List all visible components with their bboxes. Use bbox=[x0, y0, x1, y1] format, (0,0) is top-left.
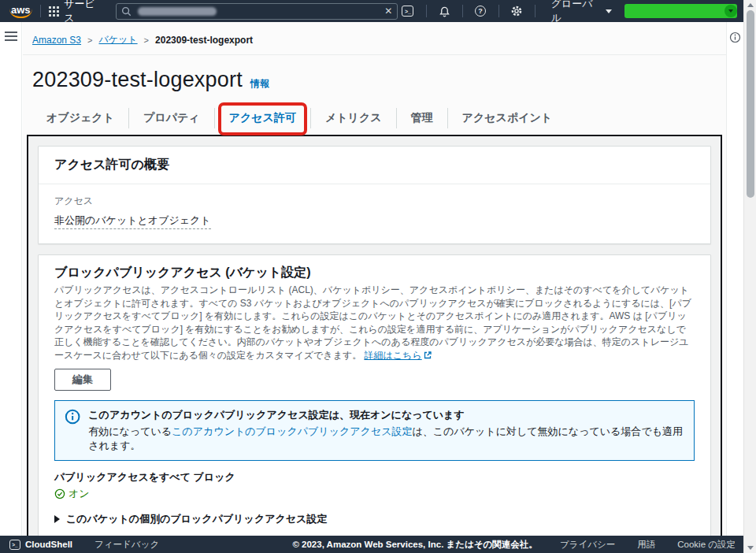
breadcrumb-current-bucket: 202309-test-logexport bbox=[155, 35, 253, 46]
banner-body: 有効になっているこのアカウントのブロックパブリックアクセス設定は、このバケットに… bbox=[88, 425, 684, 453]
redacted-search-text bbox=[138, 7, 217, 16]
check-circle-icon bbox=[54, 488, 65, 499]
info-link[interactable]: 情報 bbox=[250, 77, 269, 91]
divider bbox=[498, 5, 499, 17]
footer-privacy-link[interactable]: プライバシー bbox=[560, 539, 615, 551]
aws-logo[interactable]: aws bbox=[9, 5, 32, 18]
breadcrumb-buckets[interactable]: バケット bbox=[98, 33, 137, 46]
scrollbar-thumb[interactable] bbox=[747, 10, 754, 198]
footer-cookies-link[interactable]: Cookie の設定 bbox=[677, 539, 736, 551]
topbar-utilities: >_ ? グローバル bbox=[398, 0, 737, 25]
banner-title: このアカウントのブロックパブリックアクセス設定は、現在オンになっています bbox=[88, 408, 684, 422]
region-selector[interactable]: グローバル bbox=[551, 0, 612, 25]
cloudshell-icon[interactable]: >_ bbox=[398, 2, 417, 20]
footer-terms-link[interactable]: 用語 bbox=[637, 539, 655, 551]
permissions-tab-panel: アクセス許可の概要 アクセス 非公開のバケットとオブジェクト ブロックパブリック… bbox=[27, 135, 722, 536]
external-link-icon bbox=[424, 351, 432, 359]
info-panel-icon[interactable] bbox=[729, 32, 741, 43]
permissions-overview-card: アクセス許可の概要 アクセス 非公開のバケットとオブジェクト bbox=[38, 146, 711, 244]
main-content: Amazon S3 > バケット > 202309-test-logexport… bbox=[23, 22, 726, 536]
tab-metrics[interactable]: メトリクス bbox=[310, 108, 396, 128]
footer-cloudshell-button[interactable]: CloudShell bbox=[25, 540, 72, 549]
overview-card-title: アクセス許可の概要 bbox=[54, 158, 169, 171]
learn-more-link[interactable]: 詳細はこちら bbox=[365, 350, 422, 361]
account-menu-circle bbox=[724, 5, 737, 17]
footer-copyright: © 2023, Amazon Web Services, Inc. またはその関… bbox=[292, 539, 537, 551]
footer-feedback-button[interactable]: フィードバック bbox=[94, 539, 159, 551]
page-title: 202309-test-logexport bbox=[32, 68, 243, 92]
breadcrumb: Amazon S3 > バケット > 202309-test-logexport bbox=[23, 22, 726, 55]
block-all-status: オン bbox=[54, 487, 695, 501]
tab-access-points[interactable]: アクセスポイント bbox=[447, 108, 567, 128]
top-navigation-bar: aws サービス ✕ >_ ? グローバル bbox=[0, 0, 743, 22]
block-public-access-card: ブロックパブリックアクセス (バケット設定) パブリックアクセスは、アクセスコン… bbox=[38, 254, 711, 536]
account-bpa-settings-link[interactable]: このアカウントのブロックパブリックアクセス設定 bbox=[172, 425, 412, 437]
account-bpa-info-banner: このアカウントのブロックパブリックアクセス設定は、現在オンになっています 有効に… bbox=[54, 400, 695, 461]
search-clear-button[interactable]: ✕ bbox=[384, 6, 392, 17]
global-search-input[interactable]: ✕ bbox=[116, 3, 398, 20]
tab-objects[interactable]: オブジェクト bbox=[32, 108, 128, 128]
status-on-text: オン bbox=[69, 487, 90, 501]
notifications-bell-icon[interactable] bbox=[434, 2, 454, 20]
tab-management[interactable]: 管理 bbox=[396, 108, 447, 128]
scroll-down-arrow-icon[interactable] bbox=[747, 546, 754, 550]
divider bbox=[426, 5, 427, 17]
block-all-public-access-label: パブリックアクセスをすべて ブロック bbox=[54, 470, 695, 484]
redacted-account-name[interactable] bbox=[624, 4, 737, 18]
hamburger-menu-icon[interactable] bbox=[5, 32, 17, 41]
help-icon[interactable]: ? bbox=[471, 2, 491, 20]
chevron-down-icon bbox=[728, 9, 733, 13]
bpa-edit-button[interactable]: 編集 bbox=[54, 369, 111, 391]
chevron-down-icon bbox=[606, 9, 612, 13]
breadcrumb-amazon-s3[interactable]: Amazon S3 bbox=[32, 35, 81, 46]
services-grid-icon bbox=[49, 6, 59, 17]
services-menu[interactable]: サービス bbox=[64, 0, 105, 25]
scroll-up-arrow-icon[interactable] bbox=[747, 3, 754, 7]
info-icon bbox=[65, 408, 80, 425]
cloudshell-icon: >_ bbox=[9, 540, 20, 550]
console-footer: >_ CloudShell フィードバック © 2023, Amazon Web… bbox=[0, 536, 743, 553]
access-field-label: アクセス bbox=[54, 195, 695, 208]
right-help-rail bbox=[726, 22, 743, 536]
vertical-scrollbar[interactable] bbox=[743, 0, 756, 553]
individual-bpa-settings-expander[interactable]: このバケットの個別のブロックパブリックアクセス設定 bbox=[54, 512, 695, 526]
bpa-card-title: ブロックパブリックアクセス (バケット設定) bbox=[54, 265, 695, 281]
bucket-tabs: オブジェクト プロパティ アクセス許可 メトリクス 管理 アクセスポイント bbox=[32, 108, 717, 128]
bpa-description: パブリックアクセスは、アクセスコントロールリスト (ACL)、バケットポリシー、… bbox=[54, 284, 695, 362]
tab-permissions[interactable]: アクセス許可 bbox=[214, 108, 310, 128]
access-field-value[interactable]: 非公開のバケットとオブジェクト bbox=[54, 213, 211, 229]
settings-gear-icon[interactable] bbox=[507, 2, 527, 20]
divider bbox=[40, 5, 41, 17]
left-collapsed-sidebar bbox=[0, 22, 22, 536]
search-icon bbox=[121, 6, 132, 17]
expand-arrow-icon bbox=[54, 515, 60, 523]
tab-properties[interactable]: プロパティ bbox=[128, 108, 214, 128]
divider bbox=[535, 5, 536, 17]
breadcrumb-separator: > bbox=[87, 35, 92, 45]
breadcrumb-separator: > bbox=[144, 35, 149, 45]
divider bbox=[462, 5, 463, 17]
aws-s3-console-window: aws サービス ✕ >_ ? グローバル bbox=[0, 0, 756, 553]
